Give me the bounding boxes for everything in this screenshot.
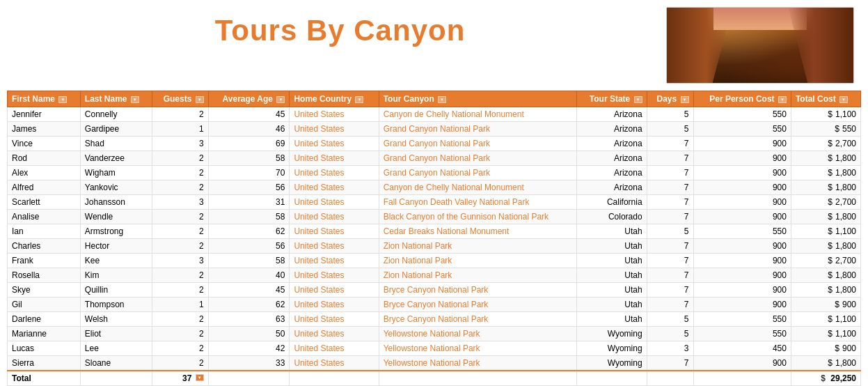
- table-cell: 7: [647, 283, 693, 298]
- table-cell: Jennifer: [8, 107, 81, 122]
- table-cell: $1,800: [791, 239, 860, 254]
- table-cell: Arizona: [576, 137, 647, 151]
- filter-firstname-icon[interactable]: [58, 96, 67, 103]
- col-header-canyon[interactable]: Tour Canyon: [379, 91, 576, 107]
- canyon-wall-right: [788, 8, 853, 83]
- table-cell: 2: [152, 312, 209, 327]
- col-header-days[interactable]: Days: [647, 91, 693, 107]
- total-label: Total: [8, 371, 81, 386]
- table-cell: Zion National Park: [379, 239, 576, 254]
- tours-table: First Name Last Name Guests Average Age: [7, 91, 861, 386]
- total-empty-6: [647, 371, 693, 386]
- table-row: RodVanderzee258United StatesGrand Canyon…: [8, 151, 861, 166]
- table-cell: $2,700: [791, 195, 860, 210]
- table-cell: United States: [290, 254, 379, 268]
- table-cell: Arizona: [576, 151, 647, 166]
- table-cell: $1,100: [791, 327, 860, 341]
- table-cell: United States: [290, 151, 379, 166]
- table-cell: Rosella: [8, 268, 81, 283]
- table-cell: Connelly: [80, 107, 152, 122]
- filter-guests-icon[interactable]: [196, 96, 204, 103]
- table-cell: Marianne: [8, 327, 81, 341]
- table-cell: $1,800: [791, 166, 860, 180]
- table-cell: Black Canyon of the Gunnison National Pa…: [379, 210, 576, 224]
- filter-canyon-icon[interactable]: [438, 96, 446, 103]
- table-cell: Welsh: [80, 312, 152, 327]
- filter-totalcost-icon[interactable]: [839, 96, 848, 103]
- table-cell: Analise: [8, 210, 81, 224]
- filter-country-icon[interactable]: [355, 96, 363, 103]
- table-container: First Name Last Name Guests Average Age: [0, 87, 868, 386]
- table-cell: Eliot: [80, 327, 152, 341]
- table-cell: 62: [208, 224, 290, 239]
- total-empty-5: [576, 371, 647, 386]
- table-cell: 45: [208, 107, 290, 122]
- col-header-guests[interactable]: Guests: [152, 91, 209, 107]
- table-cell: 7: [647, 180, 693, 195]
- hero-image: [666, 7, 854, 84]
- table-cell: 5: [647, 122, 693, 137]
- table-body: JenniferConnelly245United StatesCanyon d…: [8, 107, 861, 371]
- table-row: SierraSloane233United StatesYellowstone …: [8, 356, 861, 371]
- table-cell: $1,100: [791, 312, 860, 327]
- table-cell: United States: [290, 195, 379, 210]
- filter-avgage-icon[interactable]: [276, 96, 285, 103]
- table-cell: Skye: [8, 283, 81, 298]
- table-cell: Charles: [8, 239, 81, 254]
- table-cell: 900: [693, 239, 791, 254]
- table-cell: 900: [693, 137, 791, 151]
- table-cell: 42: [208, 341, 290, 356]
- table-cell: Sloane: [80, 356, 152, 371]
- table-cell: United States: [290, 166, 379, 180]
- table-cell: $1,800: [791, 210, 860, 224]
- table-cell: 70: [208, 166, 290, 180]
- table-cell: United States: [290, 210, 379, 224]
- filter-lastname-icon[interactable]: [131, 96, 139, 103]
- total-filter-icon[interactable]: [196, 374, 204, 381]
- col-header-country[interactable]: Home Country: [290, 91, 379, 107]
- col-header-avgage[interactable]: Average Age: [208, 91, 290, 107]
- table-cell: Utah: [576, 254, 647, 268]
- filter-state-icon[interactable]: [634, 96, 642, 103]
- table-cell: 31: [208, 195, 290, 210]
- table-row: RosellaKim240United StatesZion National …: [8, 268, 861, 283]
- col-header-totalcost[interactable]: Total Cost: [791, 91, 860, 107]
- table-cell: Sierra: [8, 356, 81, 371]
- table-row: GilThompson162United StatesBryce Canyon …: [8, 298, 861, 312]
- table-cell: 5: [647, 327, 693, 341]
- table-cell: Hector: [80, 239, 152, 254]
- table-cell: 46: [208, 122, 290, 137]
- table-cell: 2: [152, 210, 209, 224]
- table-row: DarleneWelsh263United StatesBryce Canyon…: [8, 312, 861, 327]
- col-header-state[interactable]: Tour State: [576, 91, 647, 107]
- table-cell: 550: [693, 312, 791, 327]
- table-cell: Zion National Park: [379, 268, 576, 283]
- table-cell: California: [576, 195, 647, 210]
- table-cell: Arizona: [576, 122, 647, 137]
- col-header-perperson[interactable]: Per Person Cost: [693, 91, 791, 107]
- table-cell: 3: [152, 195, 209, 210]
- filter-perperson-icon[interactable]: [778, 96, 787, 103]
- table-cell: 5: [647, 224, 693, 239]
- table-row: LucasLee242United StatesYellowstone Nati…: [8, 341, 861, 356]
- table-cell: 3: [647, 341, 693, 356]
- table-cell: Gil: [8, 298, 81, 312]
- table-cell: Ian: [8, 224, 81, 239]
- table-row: AlexWigham270United StatesGrand Canyon N…: [8, 166, 861, 180]
- table-cell: 58: [208, 151, 290, 166]
- table-cell: 7: [647, 151, 693, 166]
- table-cell: 56: [208, 239, 290, 254]
- col-header-lastname[interactable]: Last Name: [80, 91, 152, 107]
- table-cell: 7: [647, 254, 693, 268]
- table-cell: $900: [791, 341, 860, 356]
- table-cell: 7: [647, 239, 693, 254]
- table-cell: Utah: [576, 239, 647, 254]
- table-cell: 550: [693, 122, 791, 137]
- table-cell: $1,800: [791, 151, 860, 166]
- col-header-firstname[interactable]: First Name: [8, 91, 81, 107]
- filter-days-icon[interactable]: [681, 96, 689, 103]
- table-cell: Yankovic: [80, 180, 152, 195]
- table-row: FrankKee358United StatesZion National Pa…: [8, 254, 861, 268]
- table-cell: Gardipee: [80, 122, 152, 137]
- table-cell: Utah: [576, 312, 647, 327]
